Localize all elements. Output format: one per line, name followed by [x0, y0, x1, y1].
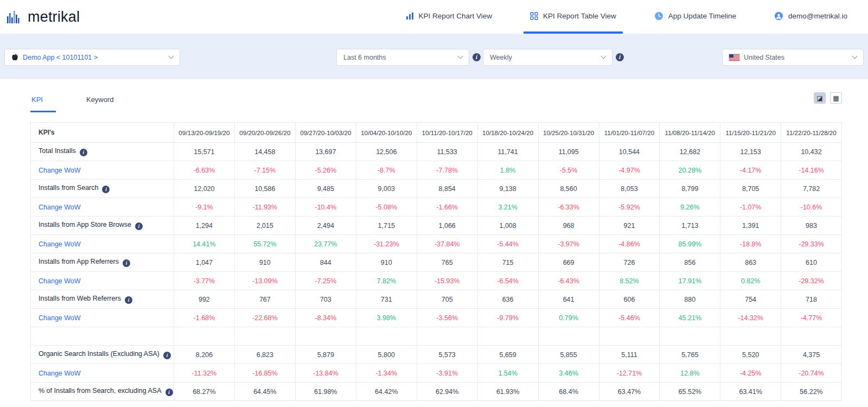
date-column-header: 11/22/20-11/28/20: [781, 123, 842, 143]
change-value-cell: -6.54%: [477, 272, 538, 290]
change-wow-link[interactable]: Change WoW: [39, 204, 81, 211]
nav-app-update-timeline[interactable]: App Update Timeline: [648, 0, 743, 34]
kpi-column-header: KPI's: [31, 123, 174, 143]
filter-bar: Demo App < 10101101 > Last 6 months i We…: [0, 34, 868, 79]
value-cell: 68.27%: [174, 383, 234, 401]
tab-keyword[interactable]: Keyword: [81, 92, 119, 111]
value-cell: 68.4%: [538, 383, 599, 401]
kpi-label: Total Installs: [39, 147, 76, 155]
kpi-label-cell: Installs from App Store Browsei: [31, 217, 174, 235]
table-row: Change WoW-6.63%-7.15%-5.26%-8.7%-7.78%1…: [31, 161, 842, 180]
value-cell: 11,741: [477, 143, 538, 161]
change-value-cell: -37.84%: [417, 235, 477, 253]
date-column-header: 11/08/20-11/14/20: [660, 123, 720, 143]
kpi-label-cell: Change WoW: [31, 161, 174, 180]
change-wow-link[interactable]: Change WoW: [39, 240, 81, 248]
change-wow-link[interactable]: Change WoW: [39, 167, 81, 174]
change-value-cell: -4.25%: [720, 364, 781, 383]
chevron-down-icon: [169, 54, 174, 59]
value-cell: 610: [781, 253, 842, 272]
tab-kpi[interactable]: KPI: [30, 92, 56, 112]
info-icon[interactable]: i: [123, 259, 130, 267]
us-flag-icon: [729, 54, 739, 61]
info-icon[interactable]: i: [102, 186, 110, 193]
clock-icon: [654, 11, 663, 21]
info-icon[interactable]: i: [125, 296, 132, 304]
value-cell: 5,800: [356, 346, 417, 364]
change-wow-link[interactable]: Change WoW: [39, 314, 81, 322]
value-cell: 61.93%: [477, 383, 538, 401]
change-value-cell: -1.07%: [720, 198, 781, 217]
value-cell: 63.41%: [720, 383, 781, 401]
nav-kpi-report-table-view[interactable]: KPI Report Table View: [524, 0, 623, 34]
granularity-selector[interactable]: Weekly: [483, 49, 612, 66]
date-column-header: 10/04/20-10/10/20: [356, 123, 417, 143]
value-cell: 65.52%: [660, 383, 720, 401]
change-value-cell: 1.54%: [477, 364, 538, 383]
app-selector[interactable]: Demo App < 10101101 >: [4, 49, 180, 66]
table-row: Organic Search Installs (Excluding ASA)i…: [31, 346, 842, 364]
change-value-cell: -4.77%: [781, 309, 842, 327]
change-value-cell: -4.86%: [599, 235, 660, 253]
change-value-cell: -14.32%: [720, 309, 781, 327]
change-value-cell: -1.66%: [417, 198, 477, 217]
change-value-cell: -29.32%: [781, 272, 842, 290]
tab-actions: ◪ ▦: [814, 92, 842, 104]
date-range-info-icon[interactable]: i: [473, 53, 481, 61]
change-value-cell: -11.93%: [234, 198, 295, 217]
value-cell: 64.42%: [356, 383, 417, 401]
logo[interactable]: metrikal: [5, 0, 80, 34]
value-cell: 12,020: [174, 180, 234, 198]
kpi-label: Installs from Web Referrers: [39, 295, 121, 302]
kpi-label-cell: Total Installsi: [31, 143, 174, 161]
date-range-selector[interactable]: Last 6 months: [336, 49, 469, 66]
value-cell: 8,705: [720, 180, 781, 198]
value-cell: 8,560: [538, 180, 599, 198]
change-value-cell: 17.91%: [660, 272, 720, 290]
value-cell: 10,432: [781, 143, 842, 161]
value-cell: 992: [174, 290, 234, 309]
report-card: KPI Keyword ◪ ▦ KPI's09/13/20-09/19/2009…: [4, 79, 864, 401]
info-icon[interactable]: i: [80, 149, 87, 156]
country-selector[interactable]: United States: [722, 49, 864, 66]
change-value-cell: -7.15%: [234, 161, 295, 180]
app-selector-value: Demo App < 10101101 >: [23, 54, 165, 61]
nav-label: KPI Report Table View: [543, 12, 616, 20]
granularity-info-icon[interactable]: i: [616, 53, 624, 61]
value-cell: 705: [417, 290, 477, 309]
info-icon[interactable]: i: [165, 389, 173, 396]
kpi-table-wrap: KPI's09/13/20-09/19/2009/20/20-09/26/200…: [30, 122, 842, 401]
empty-cell: [660, 327, 720, 346]
change-value-cell: -31.23%: [356, 235, 417, 253]
change-value-cell: 45.21%: [660, 309, 720, 327]
value-cell: 1,713: [660, 217, 720, 235]
export-table-icon: ▦: [833, 94, 839, 102]
kpi-table: KPI's09/13/20-09/19/2009/20/20-09/26/200…: [30, 122, 842, 401]
change-value-cell: 3.46%: [538, 364, 599, 383]
export-image-button[interactable]: ◪: [814, 92, 826, 104]
value-cell: 10,586: [234, 180, 295, 198]
nav-account[interactable]: demo@metrikal.io: [768, 0, 854, 34]
value-cell: 4,375: [781, 346, 842, 364]
change-wow-link[interactable]: Change WoW: [39, 277, 81, 285]
value-cell: 863: [720, 253, 781, 272]
value-cell: 5,855: [538, 346, 599, 364]
info-icon[interactable]: i: [163, 352, 171, 359]
nav-label: demo@metrikal.io: [788, 12, 847, 20]
nav-kpi-report-chart-view[interactable]: KPI Report Chart View: [399, 0, 499, 34]
change-value-cell: -9.79%: [477, 309, 538, 327]
value-cell: 921: [599, 217, 660, 235]
info-icon[interactable]: i: [135, 222, 143, 230]
value-cell: 910: [234, 253, 295, 272]
kpi-label: Organic Search Installs (Excluding ASA): [39, 350, 159, 358]
date-column-header: 09/20/20-09/26/20: [234, 123, 295, 143]
value-cell: 61.98%: [295, 383, 356, 401]
change-value-cell: -5.26%: [295, 161, 356, 180]
value-cell: 14,458: [234, 143, 295, 161]
country-value: United States: [744, 54, 848, 61]
change-value-cell: 23.77%: [295, 235, 356, 253]
export-table-button[interactable]: ▦: [830, 92, 842, 104]
value-cell: 5,879: [295, 346, 356, 364]
change-wow-link[interactable]: Change WoW: [39, 370, 81, 377]
value-cell: 9,003: [356, 180, 417, 198]
